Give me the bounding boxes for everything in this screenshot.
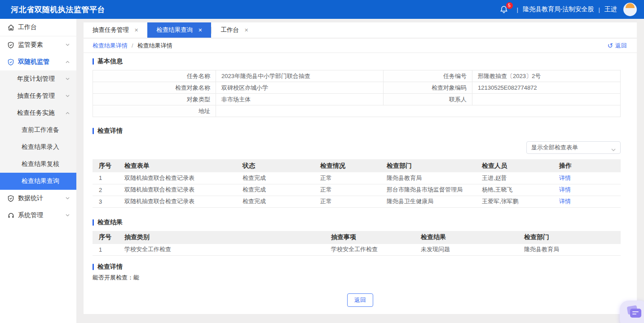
- table-row: 1 学校安全工作检查 学校安全工作检查 未发现问题 隆尧县教育局: [93, 244, 621, 256]
- chevron-down-icon: [66, 95, 70, 97]
- column-header: 检查情况: [317, 159, 383, 172]
- field-label: 检查对象名称: [93, 82, 216, 94]
- column-header: 检查表单: [121, 159, 239, 172]
- table-header-row: 序号 抽查类别 抽查事项 检查结果 检查部门: [93, 231, 621, 244]
- sidebar-item-result-query[interactable]: 检查结果查询: [0, 173, 76, 190]
- breadcrumb: 检查结果详情 / 检查结果详情: [93, 42, 172, 50]
- detail-link[interactable]: 详情: [559, 186, 571, 193]
- sidebar-submenu: 年度计划管理 抽查任务管理 检查任务实施 查前工作准备 检查结果录入 检查结果复…: [0, 70, 76, 190]
- cell-status: 检查完成: [239, 184, 317, 196]
- home-icon: [8, 24, 14, 31]
- chevron-down-icon: [66, 78, 70, 80]
- back-link[interactable]: ↺ 返回: [607, 42, 627, 50]
- sidebar-item-label: 检查结果录入: [22, 143, 59, 151]
- column-header: 检查人员: [478, 159, 556, 172]
- detail-link[interactable]: 详情: [559, 175, 571, 181]
- chevron-down-icon: [611, 146, 616, 149]
- sidebar-item-label: 检查任务实施: [17, 109, 55, 117]
- sidebar-item-label: 工作台: [18, 23, 37, 31]
- content-card: 检查结果详情 / 检查结果详情 ↺ 返回 基本信息 任务名称 2023年隆尧县中…: [84, 39, 637, 314]
- sidebar-item-pre-check-prep[interactable]: 查前工作准备: [0, 122, 76, 139]
- tab-label: 工作台: [221, 26, 239, 34]
- cell-inspectors: 王进,赵普: [478, 172, 556, 184]
- basic-info-table: 任务名称 2023年隆尧县中小学部门联合抽查 任务编号 邢隆教抽查〔2023〕2…: [93, 70, 621, 117]
- section-title-basic-info: 基本信息: [93, 57, 628, 65]
- cell-department: 邢台市隆尧县市场监督管理局: [383, 184, 478, 196]
- card-body: 基本信息 任务名称 2023年隆尧县中小学部门联合抽查 任务编号 邢隆教抽查〔2…: [84, 53, 637, 307]
- detail-link[interactable]: 详情: [559, 198, 571, 205]
- sidebar-item-label: 抽查任务管理: [17, 92, 55, 100]
- column-header: 操作: [556, 159, 621, 172]
- cell-inspectors: 王爱军,张军鹏: [478, 196, 556, 207]
- sidebar-item-label: 年度计划管理: [17, 75, 55, 83]
- column-header: 序号: [93, 159, 121, 172]
- cell-situation: 正常: [317, 184, 383, 196]
- sidebar-item-inspection-implementation[interactable]: 检查任务实施: [0, 105, 76, 122]
- cell-status: 检查完成: [239, 196, 317, 207]
- cell-index: 2: [93, 184, 121, 196]
- notification-badge: 5: [506, 2, 513, 9]
- sidebar-item-result-entry[interactable]: 检查结果录入: [0, 139, 76, 156]
- tab-workbench[interactable]: 工作台 ✕: [212, 22, 257, 38]
- sidebar-item-label: 检查结果查询: [22, 177, 59, 185]
- sidebar-item-label: 系统管理: [18, 211, 43, 219]
- cell-status: 检查完成: [239, 172, 317, 184]
- chevron-up-icon: [66, 112, 70, 114]
- return-button[interactable]: 返回: [347, 293, 373, 307]
- sidebar-item-spot-check-tasks[interactable]: 抽查任务管理: [0, 87, 76, 105]
- sidebar: 工作台 监管要素 双随机监管 年度计划管理 抽查任务管理: [0, 19, 76, 323]
- tab-spot-check-tasks[interactable]: 抽查任务管理 ✕: [84, 22, 147, 38]
- cell-situation: 正常: [317, 196, 383, 207]
- table-row: 3 双随机抽查联合检查记录表 检查完成 正常 隆尧县卫生健康局 王爱军,张军鹏 …: [93, 196, 621, 207]
- header-right: 5 | 隆尧县教育局-法制安全股 | 王进: [500, 3, 637, 16]
- cell-category: 学校安全工作检查: [121, 244, 327, 256]
- column-header: 序号: [93, 231, 121, 244]
- cell-index: 1: [93, 172, 121, 184]
- chat-widget-button[interactable]: [620, 301, 644, 323]
- chevron-down-icon: [66, 44, 70, 46]
- scrollbar-track[interactable]: [637, 19, 644, 323]
- field-label: 对象类型: [93, 94, 216, 105]
- table-header-row: 序号 检查表单 状态 检查情况 检查部门 检查人员 操作: [93, 159, 621, 172]
- cell-item: 学校安全工作检查: [327, 244, 417, 256]
- user-org: 隆尧县教育局-法制安全股: [523, 5, 594, 13]
- cell-index: 1: [93, 244, 121, 256]
- field-value: 12130525E082774872: [472, 82, 620, 94]
- close-icon[interactable]: ✕: [244, 27, 248, 33]
- sidebar-item-double-random[interactable]: 双随机监管: [0, 53, 76, 70]
- close-icon[interactable]: ✕: [134, 27, 138, 33]
- user-avatar[interactable]: [623, 3, 637, 16]
- sidebar-item-label: 监管要素: [18, 41, 43, 49]
- table-row: 1 双随机抽查联合检查记录表 检查完成 正常 隆尧县教育局 王进,赵普 详情: [93, 172, 621, 184]
- field-label: 检查对象编码: [384, 82, 472, 94]
- cell-form-name: 双随机抽查联合检查记录表: [121, 184, 239, 196]
- cell-department: 隆尧县卫生健康局: [383, 196, 478, 207]
- sidebar-item-label: 查前工作准备: [22, 126, 59, 134]
- field-value: 邢隆教抽查〔2023〕2号: [472, 70, 620, 82]
- shield-icon: [8, 59, 14, 65]
- shield-icon: [8, 42, 14, 48]
- column-header: 状态: [239, 159, 317, 172]
- chat-bubbles-icon: [630, 309, 641, 318]
- field-value: 双碑校区亦城小学: [216, 82, 384, 94]
- close-icon[interactable]: ✕: [198, 27, 202, 33]
- field-label: 地址: [93, 105, 216, 117]
- sidebar-item-result-review[interactable]: 检查结果复核: [0, 156, 76, 173]
- notification-bell-icon[interactable]: 5: [500, 5, 508, 14]
- sidebar-item-workbench[interactable]: 工作台: [0, 19, 76, 36]
- field-value: [472, 94, 620, 105]
- sidebar-item-annual-plan[interactable]: 年度计划管理: [0, 70, 76, 87]
- chevron-up-icon: [66, 61, 70, 63]
- select-value: 显示全部检查表单: [531, 144, 578, 152]
- sidebar-item-label: 数据统计: [18, 194, 43, 202]
- tab-result-query[interactable]: 检查结果查询 ✕: [147, 22, 211, 38]
- sidebar-item-supervision-elements[interactable]: 监管要素: [0, 36, 76, 53]
- sidebar-item-data-statistics[interactable]: 数据统计: [0, 190, 76, 207]
- tab-label: 抽查任务管理: [93, 26, 129, 34]
- cell-inspectors: 杨艳,王晓飞: [478, 184, 556, 196]
- sidebar-item-system-management[interactable]: 系统管理: [0, 207, 76, 224]
- form-filter-select[interactable]: 显示全部检查表单: [526, 141, 621, 154]
- cell-index: 3: [93, 196, 121, 207]
- breadcrumb-parent-link[interactable]: 检查结果详情: [93, 42, 128, 50]
- check-result-table: 序号 抽查类别 抽查事项 检查结果 检查部门 1 学校安全工作检查 学校安全工作…: [93, 231, 621, 256]
